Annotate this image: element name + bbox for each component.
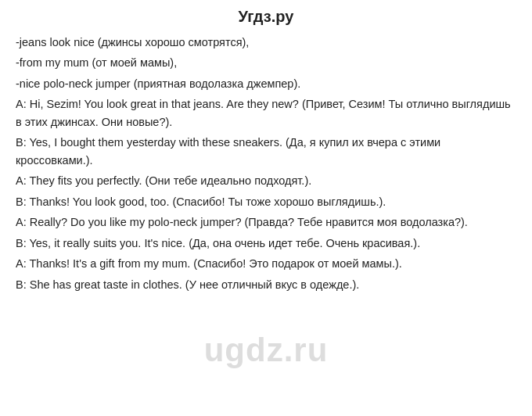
line-10: A: Thanks! It's a gift from my mum. (Спа… [16,255,516,272]
site-title: Угдз.ру [16,8,516,26]
line-11: B: She has great taste in clothes. (У не… [16,276,516,293]
line-1: -jeans look nice (джинсы хорошо смотрятс… [16,34,516,51]
line-4: A: Hi, Sezim! You look great in that jea… [16,95,516,131]
line-2: -from my mum (от моей мамы), [16,54,516,71]
watermark: ugdz.ru [204,332,329,369]
line-7: B: Thanks! You look good, too. (Спасибо!… [16,193,516,210]
line-6: A: They fits you perfectly. (Они тебе ид… [16,172,516,189]
content-area: -jeans look nice (джинсы хорошо смотрятс… [16,34,516,293]
page-wrapper: Угдз.ру -jeans look nice (джинсы хорошо … [0,0,532,416]
line-9: B: Yes, it really suits you. It's nice. … [16,235,516,252]
line-3: -nice polo-neck jumper (приятная водолаз… [16,75,516,92]
line-5: B: Yes, I bought them yesterday with the… [16,134,516,169]
line-8: A: Really? Do you like my polo-neck jump… [16,213,516,231]
